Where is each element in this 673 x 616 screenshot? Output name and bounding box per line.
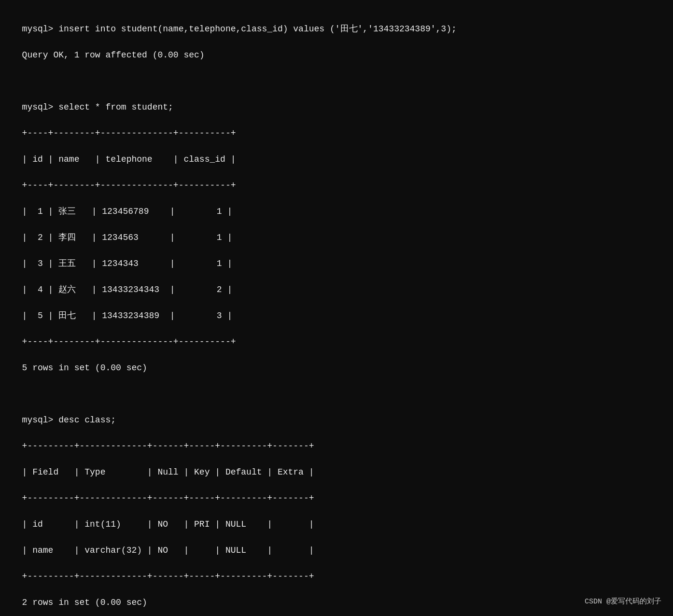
student-row-5: | 5 | 田七 | 13433234389 | 3 | xyxy=(22,311,233,321)
desc-border-3: +---------+-------------+------+-----+--… xyxy=(22,572,314,581)
table-header: | id | name | telephone | class_id | xyxy=(22,154,236,164)
insert-command-line: mysql> insert into student(name,telephon… xyxy=(22,24,457,34)
terminal-window: mysql> insert into student(name,telephon… xyxy=(12,10,661,616)
table-border-3: +----+--------+--------------+----------… xyxy=(22,337,236,347)
desc-rowcount: 2 rows in set (0.00 sec) xyxy=(22,598,147,607)
table-border-1: +----+--------+--------------+----------… xyxy=(22,128,236,138)
desc-border-2: +---------+-------------+------+-----+--… xyxy=(22,493,314,503)
student-row-4: | 4 | 赵六 | 13433234343 | 2 | xyxy=(22,285,233,294)
student-rowcount: 5 rows in set (0.00 sec) xyxy=(22,363,147,373)
select-student-command: mysql> select * from student; xyxy=(22,102,173,112)
desc-border-1: +---------+-------------+------+-----+--… xyxy=(22,441,314,451)
query-ok-line: Query OK, 1 row affected (0.00 sec) xyxy=(22,50,205,60)
watermark: CSDN @爱写代码的刘子 xyxy=(585,597,661,608)
desc-class-command: mysql> desc class; xyxy=(22,415,116,425)
student-row-2: | 2 | 李四 | 1234563 | 1 | xyxy=(22,233,233,242)
table-border-2: +----+--------+--------------+----------… xyxy=(22,181,236,190)
desc-row-1: | id | int(11) | NO | PRI | NULL | | xyxy=(22,519,314,529)
desc-header: | Field | Type | Null | Key | Default | … xyxy=(22,467,314,477)
student-row-3: | 3 | 王五 | 1234343 | 1 | xyxy=(22,259,233,268)
student-row-1: | 1 | 张三 | 123456789 | 1 | xyxy=(22,207,233,216)
desc-row-2: | name | varchar(32) | NO | | NULL | | xyxy=(22,546,314,555)
